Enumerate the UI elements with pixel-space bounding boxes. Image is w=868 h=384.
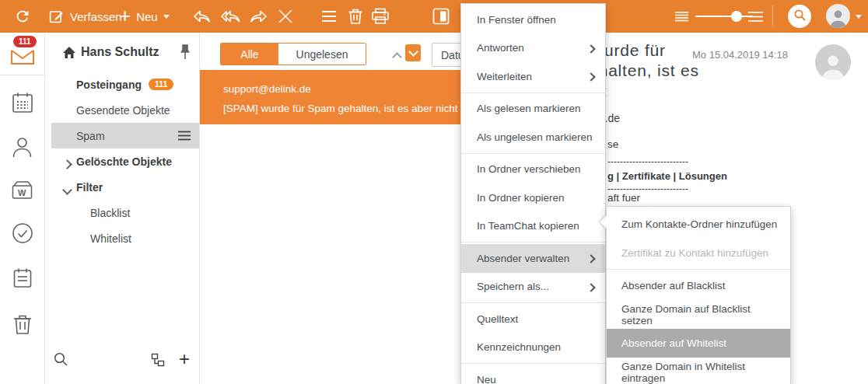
reply-all-icon — [220, 9, 241, 24]
rail-item-tasks[interactable] — [0, 222, 44, 244]
sort-ascending-button[interactable] — [394, 50, 401, 64]
chevron-right-icon[interactable] — [64, 158, 71, 170]
toolbar: Verfassen + Neu — [0, 0, 868, 33]
rail-divider — [0, 75, 44, 75]
folder-label: Whitelist — [90, 232, 131, 245]
rail-item-documents[interactable]: W — [0, 179, 44, 201]
density-comfort-icon[interactable] — [748, 0, 763, 33]
menu-item-antworten[interactable]: Antworten — [461, 34, 605, 63]
forward-button[interactable] — [249, 0, 268, 33]
folder-item-blacklist[interactable]: Blacklist — [45, 200, 199, 225]
menu-item-neu[interactable]: Neu — [461, 365, 605, 384]
mail-icon — [10, 45, 35, 65]
folder-item-gesendete-objekte[interactable]: Gesendete Objekte — [45, 97, 199, 123]
menu-item-als-ungelesen-markieren[interactable]: Als ungelesen markieren — [461, 123, 605, 152]
account-name: Hans Schultz — [81, 45, 159, 59]
menu-item-in-teamchat-kopieren[interactable]: In TeamChat kopieren — [461, 212, 605, 241]
menu-item-absender-verwalten[interactable]: Absender verwalten — [461, 244, 605, 273]
preview-body-line: aft fuer — [607, 192, 640, 204]
preview-date: Mo 15.04.2019 14:18 — [692, 49, 788, 61]
rail-item-calendar[interactable] — [0, 92, 44, 113]
menu-item-label: In TeamChat kopieren — [477, 220, 579, 232]
menu-item-kennzeichnungen[interactable]: Kennzeichnungen — [461, 333, 605, 362]
menu-item-label: Kennzeichnungen — [477, 341, 561, 353]
density-slider-knob[interactable] — [731, 11, 742, 22]
submenu-arrow-icon — [586, 254, 595, 263]
toolbar-divider — [772, 5, 773, 27]
folder-item-spam[interactable]: Spam — [51, 123, 199, 148]
add-folder-button[interactable]: + — [179, 348, 190, 370]
contacts-icon — [12, 136, 33, 158]
trash-icon — [348, 8, 363, 25]
folder-item-filter[interactable]: Filter — [45, 174, 199, 200]
folder-search-icon[interactable] — [53, 351, 68, 370]
submenu-item-absender-auf-whitelist[interactable]: Absender auf Whitelist — [607, 329, 790, 358]
folder-item-whitelist[interactable]: Whitelist — [45, 225, 199, 251]
more-menu-button[interactable] — [320, 0, 338, 33]
menu-divider — [461, 93, 605, 93]
folder-item-gelöschte-objekte[interactable]: Gelöschte Objekte — [45, 148, 199, 174]
print-button[interactable] — [371, 0, 390, 33]
chevron-down-icon[interactable] — [64, 183, 71, 196]
person-icon — [828, 7, 848, 28]
menu-item-als-gelesen-markieren[interactable]: Als gelesen markieren — [461, 95, 605, 124]
menu-item-in-ordner-verschieben[interactable]: In Ordner verschieben — [461, 155, 605, 184]
sender-avatar — [815, 44, 851, 80]
compose-button[interactable]: Verfassen — [48, 0, 122, 33]
menu-divider — [461, 363, 605, 364]
rail-item-trash[interactable] — [0, 313, 44, 335]
svg-text:W: W — [18, 188, 26, 197]
folder-label: Posteingang — [76, 79, 142, 91]
density-slider[interactable] — [695, 16, 753, 17]
printer-icon — [371, 8, 390, 25]
check-circle-icon — [12, 222, 33, 244]
menu-item-label: Als gelesen markieren — [477, 103, 581, 114]
submenu-arrow-icon — [586, 72, 595, 81]
home-icon — [63, 47, 75, 58]
menu-item-speichern-als[interactable]: Speichern als... — [461, 273, 605, 302]
rail-item-contacts[interactable] — [0, 136, 44, 158]
folder-label: Filter — [76, 181, 103, 194]
reading-pane-icon — [432, 7, 450, 26]
folder-tree-icon[interactable] — [151, 353, 165, 370]
menu-item-in-ordner-kopieren[interactable]: In Ordner kopieren — [461, 183, 605, 212]
tab-alle[interactable]: Alle — [221, 44, 278, 65]
new-button[interactable]: + Neu — [119, 0, 170, 33]
menu-item-weiterleiten[interactable]: Weiterleiten — [461, 62, 605, 91]
submenu-item-absender-auf-blacklist[interactable]: Absender auf Blacklist — [607, 271, 790, 300]
menu-item-quelltext[interactable]: Quelltext — [461, 305, 605, 333]
reply-button[interactable] — [193, 0, 212, 33]
delete-cross-button[interactable] — [277, 0, 294, 33]
folder-options-icon[interactable] — [178, 131, 191, 143]
refresh-icon — [14, 8, 31, 25]
person-icon — [819, 51, 847, 80]
folder-list: Posteingang111Gesendete ObjekteSpamGelös… — [45, 72, 199, 251]
preview-body-line: g | Zertifikate | Lösungen — [607, 170, 727, 182]
tab-ungelesen[interactable]: Ungelesen — [278, 44, 366, 65]
reply-all-button[interactable] — [220, 0, 241, 33]
submenu-item-zum-kontakte-ordner-hinzufügen[interactable]: Zum Kontakte-Ordner hinzufügen — [607, 210, 790, 239]
menu-item-label: Ganze Domain in Whitelist eintragen — [621, 361, 779, 384]
user-menu-caret[interactable] — [856, 0, 862, 33]
search-button[interactable] — [788, 5, 811, 28]
preview-body-line: se — [607, 138, 618, 150]
folder-label: Gesendete Objekte — [76, 104, 170, 117]
refresh-button[interactable] — [14, 0, 31, 33]
rail-item-notes[interactable] — [0, 267, 44, 289]
density-compact-icon[interactable] — [675, 0, 688, 33]
submenu-item-ganze-domain-in-whitelist-eintragen[interactable]: Ganze Domain in Whitelist eintragen — [607, 358, 790, 384]
submenu-arrow-icon — [586, 44, 595, 53]
submenu-item-ganze-domain-auf-blacklist-setzen[interactable]: Ganze Domain auf Blacklist setzen — [607, 300, 790, 329]
menu-item-in-fenster-öffnen[interactable]: In Fenster öffnen — [461, 5, 605, 34]
account-header[interactable]: Hans Schultz — [45, 33, 199, 72]
user-avatar[interactable] — [826, 4, 850, 28]
reading-pane-button[interactable] — [432, 0, 450, 33]
rail-item-mail[interactable] — [0, 45, 44, 65]
sort-descending-button[interactable] — [405, 44, 421, 61]
folder-item-posteingang[interactable]: Posteingang111 — [45, 72, 199, 97]
menu-item-label: Zertifikat zu Kontakt hinzufügen — [621, 247, 768, 259]
menu-divider — [607, 269, 790, 270]
trash-button[interactable] — [348, 0, 363, 33]
pin-icon[interactable] — [180, 44, 190, 64]
menu-item-label: Quelltext — [477, 313, 518, 325]
